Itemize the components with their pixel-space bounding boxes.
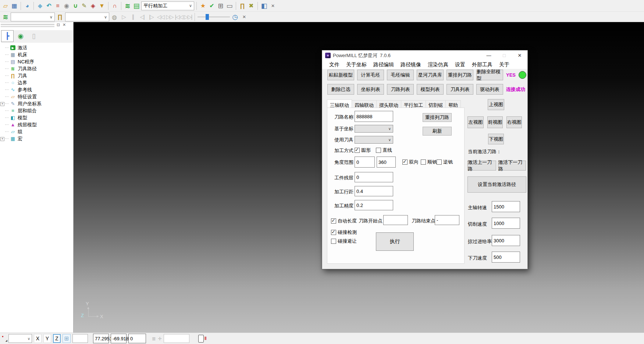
tree-item-workplanes[interactable]: +✎用户坐标系 xyxy=(0,100,73,107)
step-forward-button[interactable]: |▷ xyxy=(147,13,155,21)
compare-cubes-icon[interactable] xyxy=(260,1,268,10)
rewind-button[interactable]: ◁◁ xyxy=(156,13,164,21)
go-end-button[interactable]: ▷▷| xyxy=(184,13,192,21)
view-left-button[interactable]: 左视图 xyxy=(467,116,484,128)
grid-toggle-icon[interactable]: ⊞ xyxy=(63,334,71,343)
go-start-button[interactable]: |◁◁ xyxy=(175,13,183,21)
minimize-button[interactable]: — xyxy=(481,50,497,60)
tree-item-stock-models[interactable]: ▲残留模型 xyxy=(0,121,73,128)
open-project-icon[interactable] xyxy=(1,1,10,10)
block-status-icon[interactable] xyxy=(198,335,204,343)
pause-button[interactable]: ∥ xyxy=(129,13,137,21)
end-point-input[interactable] xyxy=(435,215,459,225)
plunge-speed-input[interactable] xyxy=(492,252,520,263)
panel-grip[interactable] xyxy=(1,23,54,25)
tree-item-models[interactable]: ◧模型 xyxy=(0,114,73,121)
save-project-icon[interactable] xyxy=(10,1,18,10)
skim-feed-input[interactable] xyxy=(492,235,520,246)
calculator-icon[interactable] xyxy=(217,1,225,10)
close-panel-icon[interactable]: ✕ xyxy=(63,22,66,27)
tree-item-boundaries[interactable]: ○边界 xyxy=(0,79,73,86)
cutting-speed-input[interactable] xyxy=(492,218,520,229)
toolpath-name-input[interactable] xyxy=(355,111,393,122)
tree-item-toolpaths[interactable]: ≋刀具路径 xyxy=(0,65,73,72)
active-strategy-combo[interactable]: 平行精加工 ∨ xyxy=(141,1,194,10)
measure-field[interactable] xyxy=(164,334,189,343)
rearrange-toolpaths-button[interactable]: 重排列刀路 xyxy=(446,70,473,80)
grid-size-field[interactable] xyxy=(72,334,88,343)
use-tool-select[interactable]: ∨ xyxy=(355,136,393,144)
axis-y-button[interactable]: Y xyxy=(43,334,51,343)
toolpath-strategy-icon[interactable] xyxy=(45,1,53,10)
simulation-toolpath-combo[interactable]: ∨ xyxy=(11,13,55,21)
print-icon[interactable] xyxy=(23,1,31,10)
axis-z-button[interactable]: Z xyxy=(53,334,61,343)
toolpath-icon[interactable] xyxy=(1,13,10,21)
angle-to-input[interactable] xyxy=(377,157,396,168)
menu-path-mirror[interactable]: 路径镜像 xyxy=(397,62,424,68)
boundary-edit-icon[interactable] xyxy=(80,1,88,10)
set-active-path-button[interactable]: 设置当前激活路径 xyxy=(467,176,526,193)
light-bulb-icon[interactable] xyxy=(110,13,118,21)
tree-item-groups[interactable]: ▱组 xyxy=(0,128,73,135)
auto-length-checkbox[interactable]: 自动长度 xyxy=(331,218,357,224)
float-panel-icon[interactable]: ⊡ xyxy=(57,22,60,27)
model-list-button[interactable]: 模型列表 xyxy=(417,84,444,95)
menu-settings[interactable]: 设置 xyxy=(452,62,469,68)
tree-item-activate[interactable]: ▶激活 xyxy=(0,44,73,51)
verify-tool-icon[interactable] xyxy=(208,1,216,10)
block-edit-button[interactable]: 毛坯编辑 xyxy=(387,70,414,80)
step-back-button[interactable]: ◁| xyxy=(138,13,146,21)
menu-file[interactable]: 文件 xyxy=(326,62,343,68)
explorer-tree-tab[interactable]: ┣ xyxy=(1,30,14,42)
nc-program-icon[interactable] xyxy=(54,1,62,10)
delete-selected-button[interactable]: 删除已选 xyxy=(327,84,354,95)
status-combo[interactable]: ∨ xyxy=(8,334,32,343)
stock-allowance-input[interactable] xyxy=(355,172,393,182)
close-button[interactable]: ✕ xyxy=(512,50,527,60)
coord-list-button[interactable]: 坐标列表 xyxy=(357,84,384,95)
toolpath-list-button[interactable]: 刀路列表 xyxy=(387,84,414,95)
tree-item-levels-sets[interactable]: ≡层和组合 xyxy=(0,107,73,114)
tool-simulation-icon[interactable] xyxy=(111,1,119,10)
climb-mill-checkbox[interactable]: 顺铣 xyxy=(421,159,437,165)
conventional-mill-checkbox[interactable]: 逆铣 xyxy=(437,159,453,165)
paste-new-model-button[interactable]: 粘贴新模型 xyxy=(327,70,354,80)
tool-icon[interactable] xyxy=(63,1,71,10)
draw-options-icon[interactable]: ● xyxy=(2,335,7,342)
tree-item-patterns[interactable]: ∿参考线 xyxy=(0,86,73,93)
linear-checkbox[interactable]: 直线 xyxy=(376,147,392,154)
tree-item-machine-tools[interactable]: ▦机床 xyxy=(0,51,73,58)
maximize-button[interactable]: □ xyxy=(497,50,512,60)
xyz-list-icon[interactable]: ≣ xyxy=(152,336,156,341)
stepover-input[interactable] xyxy=(355,186,393,196)
ruler-icon[interactable] xyxy=(225,1,234,10)
menu-about[interactable]: 关于 xyxy=(496,62,513,68)
tool-library-button[interactable]: 星河刀具库 xyxy=(417,70,444,80)
activate-next-button[interactable]: 激活下一刀路 xyxy=(498,161,526,171)
star-tool-icon[interactable] xyxy=(199,1,207,10)
speed-slider[interactable] xyxy=(198,13,230,21)
pattern-points-icon[interactable] xyxy=(89,1,97,10)
feature-tool-icon[interactable] xyxy=(98,1,106,10)
spindle-speed-input[interactable] xyxy=(492,201,520,212)
close-playback-icon[interactable] xyxy=(240,13,248,21)
probe-axes-icon[interactable]: ✛ xyxy=(158,336,162,341)
tree-item-feature-sets[interactable]: ▱特征设置 xyxy=(0,93,73,100)
tool-pair-icon[interactable] xyxy=(238,1,246,10)
rearrange-toolpaths-button-2[interactable]: 重排列刀路 xyxy=(423,113,452,122)
slider-handle[interactable] xyxy=(206,14,209,20)
circular-checkbox[interactable]: 圆形 xyxy=(355,147,371,154)
view-top-button[interactable]: 上视图 xyxy=(488,99,504,110)
view-front-button[interactable]: 前视图 xyxy=(487,116,503,128)
delete-all-models-button[interactable]: 删除全部模型 xyxy=(476,70,503,80)
collision-avoid-checkbox[interactable]: 碰撞避让 xyxy=(331,238,357,245)
toolpath-icon[interactable] xyxy=(124,1,132,10)
explorer-trash-tab[interactable]: ▯ xyxy=(28,30,40,42)
menu-path-edit[interactable]: 路径编辑 xyxy=(370,62,397,68)
close-toolbar-icon[interactable] xyxy=(269,1,277,10)
view-right-button[interactable]: 右视图 xyxy=(506,116,522,128)
holder-icon[interactable] xyxy=(71,1,79,10)
start-point-input[interactable] xyxy=(383,215,408,225)
tree-item-tools[interactable]: ∏刀具 xyxy=(0,72,73,79)
